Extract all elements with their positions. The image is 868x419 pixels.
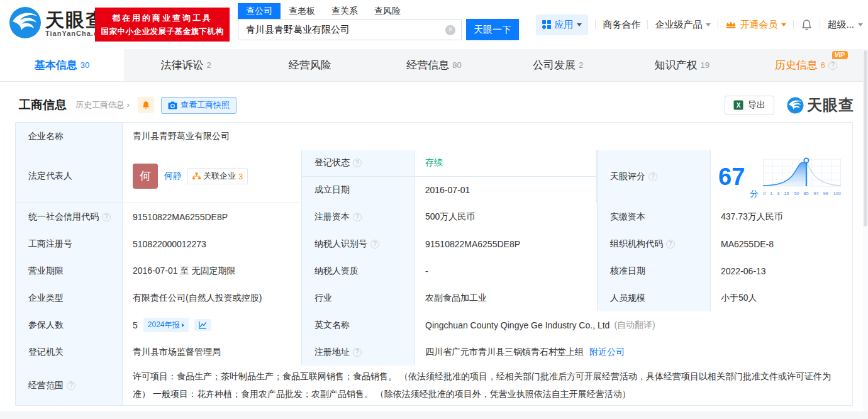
section-header: 工商信息 历史工商信息 查看工商快照: [19, 96, 854, 115]
table-row: 企业名称 青川县青野葛业有限公司: [16, 123, 852, 150]
legal-rep-name-link[interactable]: 何静: [164, 170, 182, 182]
monitor-bell-button[interactable]: [138, 97, 154, 113]
chevron-down-icon: [781, 23, 786, 26]
help-icon[interactable]: [67, 381, 75, 390]
staff-size-label: 人员规模: [598, 284, 711, 311]
help-icon[interactable]: [370, 240, 379, 249]
industry-value: 农副食品加工业: [415, 284, 598, 311]
score-label: 天眼评分: [598, 150, 711, 203]
tianyancha-logo-icon: [9, 6, 42, 41]
insured-count-value: 5: [133, 320, 138, 330]
notification-bell-icon[interactable]: [801, 19, 813, 31]
search-tab-relation[interactable]: 查关系: [323, 3, 366, 19]
score-axis-tick: 99: [823, 191, 828, 196]
arrow-right-icon: [182, 323, 184, 327]
help-icon[interactable]: [353, 159, 362, 167]
credit-code-label: 统一社会信用代码: [16, 203, 123, 230]
nav-cooperation[interactable]: 商务合作: [603, 19, 640, 31]
reg-address-value: 四川省广元市青川县三锅镇青石村堂上组: [425, 347, 584, 358]
tab-label: 经营风险: [289, 58, 331, 72]
help-icon[interactable]: [353, 213, 362, 221]
tab-basic-info[interactable]: 基本信息30: [0, 49, 124, 81]
search-area: 查公司查老板查关系查风险 天眼一下: [238, 3, 519, 40]
table-row: 营业期限 2016-07-01 至 无固定期限 纳税人资质 - 核准日期 202…: [16, 257, 852, 284]
line-chart-icon: [199, 321, 207, 329]
approval-date-label: 核准日期: [598, 257, 711, 284]
related-companies-badge[interactable]: 关联企业 3: [187, 168, 248, 184]
tab-business-risk[interactable]: 经营风险: [248, 49, 372, 81]
help-icon[interactable]: [828, 61, 837, 70]
search-input[interactable]: [238, 20, 461, 40]
legal-rep-avatar[interactable]: 何: [133, 164, 158, 189]
table-row: 法定代表人 何 何静 关联企业 3: [16, 150, 852, 203]
reg-number-value: 510822000012273: [123, 230, 302, 257]
tab-intellectual-property[interactable]: 知识产权19: [620, 49, 744, 81]
score-axis-tick: 3: [777, 191, 780, 196]
tab-legal-litigation[interactable]: 法律诉讼2: [124, 49, 248, 81]
search-button[interactable]: 天眼一下: [466, 19, 519, 40]
nearby-companies-link[interactable]: 附近公司: [589, 347, 625, 358]
table-row: 统一社会信用代码 91510822MA6255DE8P 注册资本 500万人民币…: [16, 203, 852, 230]
score-distribution-chart[interactable]: 0131550859799100: [763, 157, 841, 196]
tab-label: 基本信息: [35, 58, 77, 72]
trend-chart-button[interactable]: [194, 319, 211, 331]
tianyancha-company-page: 天眼查 TianYanCha.com 都在用的商业查询工具 国家中小企业发展子基…: [0, 0, 868, 419]
staff-size-value: 小于50人: [711, 284, 852, 311]
score-axis-tick: 15: [784, 191, 789, 196]
excel-icon: X: [733, 100, 743, 110]
english-name-label: 英文名称: [302, 311, 415, 338]
taxpayer-quality-label: 纳税人资质: [302, 257, 415, 284]
slogan-line2: 国家中小企业发展子基金旗下机构: [101, 26, 224, 37]
help-icon[interactable]: [353, 348, 362, 357]
nav-open-vip[interactable]: 开通会员: [725, 19, 786, 31]
business-scope-value: 许可项目：食品生产；茶叶制品生产；食品互联网销售；食品销售。 （依法须经批准的项…: [123, 366, 852, 405]
reg-address-cell: 四川省广元市青川县三锅镇青石村堂上组 附近公司: [415, 338, 852, 366]
industry-label: 行业: [302, 284, 415, 311]
english-name-value: Qingchuan County Qingye Ge Industry Co.,…: [425, 320, 609, 330]
nav-apps[interactable]: 应用: [536, 14, 588, 35]
crown-icon: [725, 20, 737, 29]
main-content: 工商信息 历史工商信息 查看工商快照: [0, 96, 868, 406]
slogan-line1: 都在用的商业查询工具: [112, 13, 213, 24]
auto-translate-note: (自动翻译): [614, 320, 655, 331]
taxpayer-id-value: 91510822MA6255DE8P: [415, 230, 598, 257]
search-tab-risk[interactable]: 查风险: [366, 3, 409, 19]
scrollbar[interactable]: [863, 49, 868, 411]
help-icon[interactable]: [648, 172, 657, 181]
business-info-table: 企业名称 青川县青野葛业有限公司 法定代表人 何 何静: [15, 122, 853, 406]
search-tab-company[interactable]: 查公司: [238, 3, 281, 19]
top-nav: 应用 商务合作 企业级产品 开通会员: [536, 0, 863, 49]
chevron-down-icon: [858, 23, 863, 26]
tab-history-info[interactable]: 历史信息6VIP: [744, 49, 868, 81]
est-date-value: 2016-07-01: [415, 177, 597, 203]
tab-company-development[interactable]: 公司发展2: [496, 49, 620, 81]
export-button[interactable]: X 导出: [725, 96, 774, 115]
company-name-label: 企业名称: [16, 123, 123, 150]
tab-count-badge: 30: [81, 60, 89, 70]
help-icon[interactable]: [666, 240, 675, 249]
search-input-box: [238, 19, 462, 40]
score-axis-tick: 85: [804, 191, 809, 196]
score-axis-tick: 1: [771, 191, 773, 196]
org-code-value: MA6255DE-8: [711, 230, 852, 257]
clear-search-icon[interactable]: [445, 25, 455, 35]
reg-authority-value: 青川县市场监督管理局: [123, 338, 302, 366]
score-axis-tick: 97: [813, 191, 818, 196]
search-tab-boss[interactable]: 查老板: [281, 3, 323, 19]
section-title: 工商信息: [19, 97, 67, 113]
scrollbar-thumb[interactable]: [864, 50, 867, 226]
reg-authority-label: 登记机关: [16, 338, 123, 366]
score-axis-tick: 50: [794, 191, 799, 196]
nav-enterprise-products[interactable]: 企业级产品: [655, 19, 711, 31]
tab-count-badge: 6: [821, 60, 825, 70]
tab-business-info[interactable]: 经营信息80: [372, 49, 496, 81]
history-business-info-link[interactable]: 历史工商信息: [75, 99, 130, 111]
reg-status-label: 登记状态: [302, 150, 415, 176]
tab-count-badge: 19: [701, 60, 709, 70]
chevron-down-icon: [577, 23, 582, 26]
view-business-snapshot-button[interactable]: 查看工商快照: [161, 97, 236, 114]
help-icon[interactable]: [102, 213, 111, 221]
tab-label: 经营信息: [406, 58, 449, 72]
annual-report-link[interactable]: 2024年报: [143, 318, 189, 332]
nav-user-account[interactable]: 超级...: [827, 19, 863, 31]
